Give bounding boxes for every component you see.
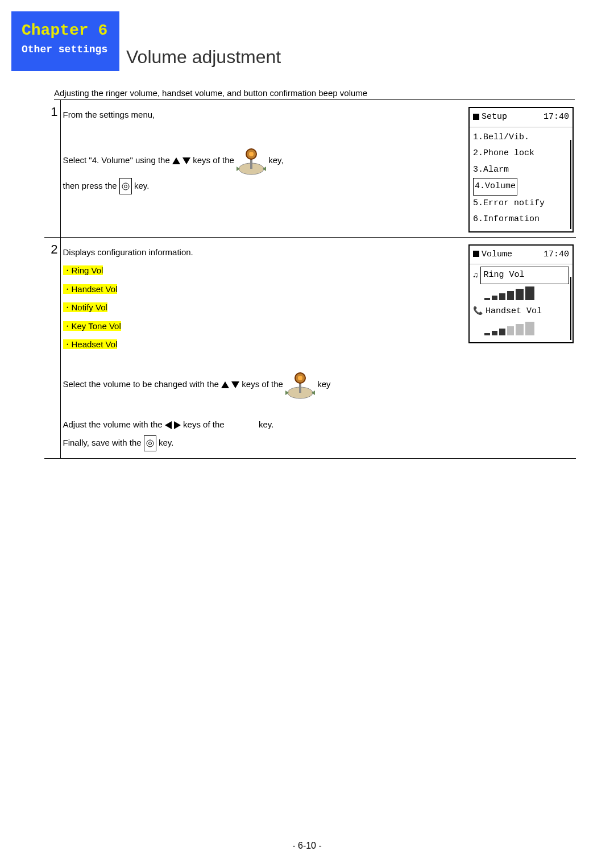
phone-screen-setup: Setup 17:40 1.Bell/Vib. 2.Phone lock 3.A… (468, 107, 574, 232)
music-note-icon: ♫ (473, 268, 478, 283)
phone-screen-volume: Volume 17:40 ♫Ring Vol 📞Handset Vol (468, 244, 574, 344)
volume-bars (484, 322, 569, 335)
step-number: 2 (44, 237, 60, 459)
volume-bars (484, 286, 569, 300)
chapter-header: Chapter 6 Other settings (11, 11, 119, 71)
handset-icon: 📞 (473, 304, 483, 319)
screen-time: 17:40 (544, 247, 569, 263)
chapter-number: Chapter 6 (22, 22, 114, 39)
joystick-icon (285, 370, 315, 400)
svg-point-15 (148, 442, 151, 445)
intro-text: Adjusting the ringer volume, handset vol… (54, 88, 575, 100)
screen-time: 17:40 (544, 109, 569, 126)
steps-table: 1 Setup 17:40 1.Bell/Vib. 2.Phone lock 3… (44, 100, 576, 459)
svg-point-6 (122, 183, 129, 190)
instruction-text: then press the (63, 181, 119, 190)
menu-item: 2.Phone lock (473, 146, 569, 162)
svg-point-3 (249, 152, 254, 156)
menu-item: 5.Error notify (473, 196, 569, 212)
menu-item: 6.Information (473, 211, 569, 228)
svg-point-14 (147, 440, 154, 447)
instruction-text: key. (259, 420, 273, 429)
down-arrow-icon (231, 381, 239, 388)
bullet-item: ・Handset Vol (63, 284, 118, 294)
instruction-text: key. (134, 181, 149, 190)
screen-title: Volume (482, 250, 512, 259)
step-row-2: 2 Volume 17:40 ♫Ring Vol 📞Handset Vol (44, 237, 576, 459)
volume-item-selected: Ring Vol (480, 267, 569, 284)
svg-point-11 (298, 376, 302, 380)
step-number: 1 (44, 100, 60, 237)
center-key-icon (119, 178, 132, 194)
instruction-text: Select the volume to be changed with the (63, 379, 222, 388)
screen-menu: 1.Bell/Vib. 2.Phone lock 3.Alarm 4.Volum… (470, 127, 572, 231)
instruction-text: Finally, save with the (63, 438, 144, 447)
scrollbar (570, 140, 571, 229)
instruction-text: key, (268, 155, 283, 164)
instruction-text: Select "4. Volume" using the (63, 155, 172, 164)
instruction-text: key. (159, 438, 173, 447)
menu-item: 3.Alarm (473, 162, 569, 178)
up-arrow-icon (221, 381, 229, 388)
page-footer: - 6-10 - (0, 841, 614, 851)
bullet-item: ・Key Tone Vol (63, 321, 121, 331)
instruction-text: keys of the (242, 379, 285, 388)
down-arrow-icon (182, 157, 190, 164)
instruction-text: Adjust the volume with the (63, 420, 165, 429)
instruction-text: keys of the (193, 155, 237, 164)
instruction-text: key (317, 379, 330, 388)
center-key-icon (144, 435, 156, 452)
volume-item: Handset Vol (486, 304, 542, 320)
bullet-item: ・Ring Vol (63, 265, 103, 275)
bullet-item: ・Notify Vol (63, 302, 107, 312)
left-arrow-icon (165, 421, 172, 429)
instruction-text: keys of the (183, 420, 227, 429)
up-arrow-icon (172, 157, 180, 164)
bullet-item: ・Headset Vol (63, 339, 118, 349)
right-arrow-icon (174, 421, 181, 429)
svg-point-7 (124, 185, 127, 188)
scrollbar (570, 277, 571, 340)
step-row-1: 1 Setup 17:40 1.Bell/Vib. 2.Phone lock 3… (44, 100, 576, 237)
screen-title: Setup (482, 112, 507, 122)
joystick-icon (237, 146, 266, 176)
page-title: Volume adjustment (126, 47, 281, 68)
menu-item: 1.Bell/Vib. (473, 130, 569, 146)
menu-item-selected: 4.Volume (473, 178, 517, 196)
chapter-subtitle: Other settings (22, 44, 114, 55)
